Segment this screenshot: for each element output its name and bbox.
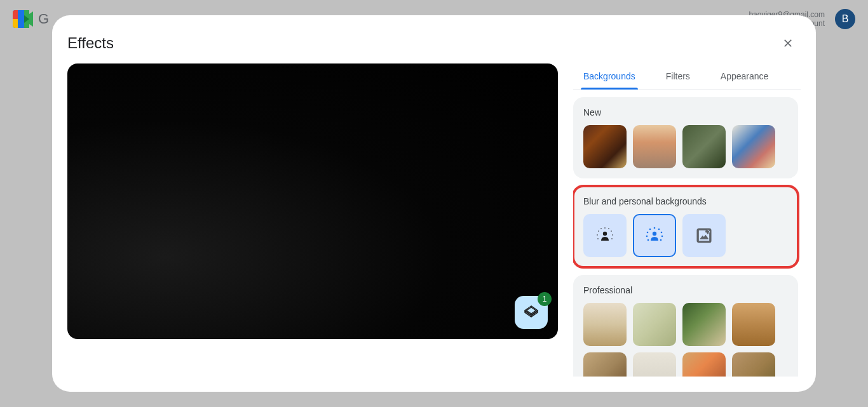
blur-options: [583, 214, 788, 257]
effects-panel: Backgrounds Filters Appearance New: [573, 63, 801, 377]
close-button[interactable]: [775, 30, 801, 56]
svg-point-17: [648, 239, 649, 241]
bg-thumb-office[interactable]: [633, 352, 676, 377]
svg-point-4: [611, 230, 612, 232]
svg-point-13: [647, 232, 649, 234]
modal-title: Effects: [67, 34, 114, 52]
svg-point-1: [600, 228, 602, 229]
bg-thumb-plant[interactable]: [682, 303, 726, 346]
svg-point-0: [604, 227, 606, 229]
avatar[interactable]: B: [835, 9, 855, 29]
svg-point-15: [646, 236, 648, 237]
bg-thumb-taj[interactable]: [633, 125, 676, 168]
bg-thumb-market[interactable]: [583, 125, 627, 168]
svg-point-18: [660, 239, 662, 241]
svg-point-16: [661, 236, 663, 237]
video-preview: 1: [67, 63, 558, 339]
bg-thumb-shelf[interactable]: [583, 303, 627, 346]
professional-thumbs: [583, 303, 788, 377]
upload-image-icon: [695, 227, 713, 244]
svg-point-19: [653, 232, 656, 236]
effects-count-badge: 1: [538, 292, 552, 306]
app-name-partial: G: [38, 11, 49, 27]
svg-point-5: [597, 234, 598, 236]
svg-point-7: [597, 238, 599, 239]
svg-point-14: [661, 232, 663, 234]
bg-thumb-minimal[interactable]: [633, 303, 676, 346]
svg-point-3: [598, 230, 599, 232]
section-blur: Blur and personal backgrounds: [573, 186, 798, 267]
section-blur-title: Blur and personal backgrounds: [583, 196, 788, 206]
tab-filters[interactable]: Filters: [663, 63, 693, 89]
svg-point-11: [649, 229, 651, 230]
section-new-title: New: [583, 107, 788, 117]
layers-icon: [524, 305, 539, 320]
panel-scroll[interactable]: New Blur and personal backgrounds: [573, 97, 801, 377]
svg-point-12: [658, 229, 660, 230]
modal-header: Effects: [67, 30, 801, 63]
modal-body: 1 Backgrounds Filters Appearance New: [67, 63, 801, 377]
meet-logo-icon: [13, 10, 33, 28]
blur-strong-icon: [646, 227, 663, 244]
upload-background-button[interactable]: [682, 214, 726, 257]
bg-thumb-cozy[interactable]: [583, 352, 627, 377]
svg-rect-20: [698, 229, 711, 243]
blur-strong-button[interactable]: [633, 214, 676, 257]
blur-light-icon: [596, 227, 614, 244]
section-professional: Professional: [573, 275, 798, 377]
close-icon: [782, 37, 794, 50]
tab-backgrounds[interactable]: Backgrounds: [581, 63, 638, 89]
bg-thumb-cafe[interactable]: [682, 125, 726, 168]
logo-area: G: [13, 10, 49, 28]
bg-thumb-wood[interactable]: [732, 303, 775, 346]
svg-point-9: [603, 232, 607, 236]
effects-modal: Effects 1 Backgrounds Filters: [52, 15, 816, 392]
section-new: New: [573, 97, 798, 178]
section-professional-title: Professional: [583, 285, 788, 295]
active-effects-button[interactable]: 1: [515, 296, 548, 329]
svg-point-2: [608, 228, 609, 229]
bg-thumb-living[interactable]: [732, 125, 775, 168]
effects-tabs: Backgrounds Filters Appearance: [573, 63, 801, 90]
new-thumbs: [583, 125, 788, 168]
svg-point-8: [611, 238, 613, 239]
bg-thumb-brick[interactable]: [732, 352, 775, 377]
svg-point-6: [612, 234, 613, 236]
tab-appearance[interactable]: Appearance: [718, 63, 771, 89]
svg-point-10: [654, 227, 656, 229]
bg-thumb-orange[interactable]: [682, 352, 726, 377]
blur-light-button[interactable]: [583, 214, 627, 257]
